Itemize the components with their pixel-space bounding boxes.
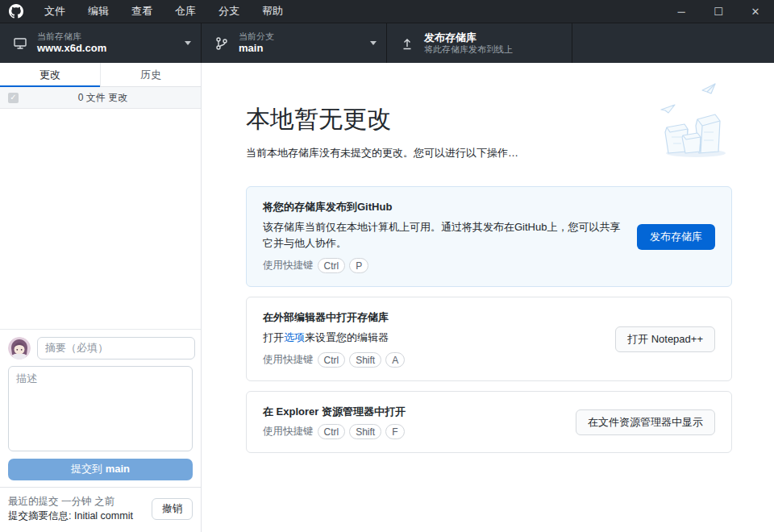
commit-form: 提交到 main bbox=[0, 329, 201, 487]
menu-repository[interactable]: 仓库 bbox=[164, 0, 207, 23]
current-branch-value: main bbox=[239, 42, 274, 55]
commit-summary-input[interactable] bbox=[37, 337, 195, 360]
commit-description-input[interactable] bbox=[8, 366, 193, 451]
recent-commit-summary: 提交摘要信息: Initial commit bbox=[8, 509, 133, 524]
card-open-in-explorer: 在 Explorer 资源管理器中打开 使用快捷键 Ctrl Shift F 在… bbox=[246, 391, 732, 453]
current-repository-label: 当前存储库 bbox=[37, 31, 106, 43]
sidebar-tabs: 更改 历史 bbox=[0, 63, 201, 87]
card-explorer-title: 在 Explorer 资源管理器中打开 bbox=[263, 405, 561, 419]
upload-icon bbox=[400, 36, 414, 51]
minimize-button[interactable]: ─ bbox=[663, 0, 700, 23]
maximize-button[interactable]: ☐ bbox=[700, 0, 737, 23]
chevron-down-icon bbox=[370, 41, 377, 45]
open-notepad-button[interactable]: 打开 Notepad++ bbox=[615, 326, 715, 352]
current-repository-value: www.x6d.com bbox=[37, 42, 106, 55]
publish-title: 发布存储库 bbox=[424, 31, 513, 44]
github-desktop-window: 文件 编辑 查看 仓库 分支 帮助 ─ ☐ ✕ 当前存储库 www.x6d.co… bbox=[0, 0, 774, 532]
kbd-p: P bbox=[349, 258, 368, 273]
show-in-explorer-button[interactable]: 在文件资源管理器中显示 bbox=[576, 409, 715, 435]
tab-history[interactable]: 历史 bbox=[101, 63, 201, 86]
titlebar: 文件 编辑 查看 仓库 分支 帮助 ─ ☐ ✕ bbox=[0, 0, 774, 23]
kbd-shift: Shift bbox=[349, 352, 381, 368]
kbd-ctrl: Ctrl bbox=[318, 258, 346, 273]
kbd-f: F bbox=[385, 424, 404, 439]
changed-files-header: ✓ 0 文件 更改 bbox=[0, 87, 201, 109]
current-branch-label: 当前分支 bbox=[239, 31, 274, 43]
toolbar: 当前存储库 www.x6d.com 当前分支 main 发布存储库 将此存储库发… bbox=[0, 23, 774, 63]
card-publish-repository: 将您的存储库发布到GitHub 该存储库当前仅在本地计算机上可用。通过将其发布在… bbox=[246, 186, 732, 287]
menu-help[interactable]: 帮助 bbox=[251, 0, 294, 23]
undo-button[interactable]: 撤销 bbox=[152, 498, 193, 520]
avatar bbox=[8, 337, 31, 360]
branch-icon bbox=[214, 36, 229, 51]
changes-list-empty-area bbox=[0, 109, 201, 329]
window-controls: ─ ☐ ✕ bbox=[663, 0, 774, 23]
menu-view[interactable]: 查看 bbox=[120, 0, 164, 23]
card-editor-shortcut: 使用快捷键 Ctrl Shift A bbox=[263, 352, 601, 368]
card-publish-body: 该存储库当前仅在本地计算机上可用。通过将其发布在GitHub上，您可以共享它并与… bbox=[263, 219, 622, 251]
menu-branch[interactable]: 分支 bbox=[207, 0, 251, 23]
github-logo-icon bbox=[9, 4, 23, 19]
publish-subtitle: 将此存储库发布到线上 bbox=[424, 44, 513, 56]
recent-commit-section: 最近的提交 一分钟 之前 提交摘要信息: Initial commit 撤销 bbox=[0, 487, 201, 532]
publish-repository-button[interactable]: 发布存储库 bbox=[637, 224, 715, 250]
select-all-checkbox[interactable]: ✓ bbox=[8, 93, 19, 103]
kbd-a: A bbox=[385, 352, 405, 368]
tab-changes[interactable]: 更改 bbox=[0, 63, 101, 86]
kbd-ctrl: Ctrl bbox=[318, 352, 346, 368]
main-panel: 本地暂无更改 当前本地存储库没有未提交的更改。您可以进行以下操作… 将您的存储库… bbox=[202, 63, 774, 532]
card-editor-body: 打开选项来设置您的编辑器 bbox=[263, 330, 601, 346]
publish-repository-toolbar-button[interactable]: 发布存储库 将此存储库发布到线上 bbox=[387, 23, 572, 63]
computer-icon bbox=[13, 36, 27, 51]
menu-edit[interactable]: 编辑 bbox=[77, 0, 120, 23]
options-link[interactable]: 选项 bbox=[284, 331, 305, 343]
card-open-in-editor: 在外部编辑器中打开存储库 打开选项来设置您的编辑器 使用快捷键 Ctrl Shi… bbox=[246, 297, 732, 381]
card-publish-shortcut: 使用快捷键 Ctrl P bbox=[263, 258, 622, 273]
current-branch-selector[interactable]: 当前分支 main bbox=[202, 23, 387, 63]
paper-stack-illustration bbox=[655, 79, 732, 160]
kbd-ctrl: Ctrl bbox=[318, 424, 346, 439]
kbd-shift: Shift bbox=[349, 424, 381, 439]
card-explorer-shortcut: 使用快捷键 Ctrl Shift F bbox=[263, 424, 561, 439]
menu-bar: 文件 编辑 查看 仓库 分支 帮助 bbox=[33, 0, 294, 23]
commit-to-main-button[interactable]: 提交到 main bbox=[8, 459, 193, 480]
menu-file[interactable]: 文件 bbox=[33, 0, 77, 23]
card-publish-title: 将您的存储库发布到GitHub bbox=[263, 200, 622, 214]
close-button[interactable]: ✕ bbox=[737, 0, 774, 23]
files-changed-count: 0 文件 更改 bbox=[0, 91, 201, 105]
current-repository-selector[interactable]: 当前存储库 www.x6d.com bbox=[0, 23, 202, 63]
chevron-down-icon bbox=[185, 41, 191, 45]
recent-commit-time: 最近的提交 一分钟 之前 bbox=[8, 494, 133, 509]
card-editor-title: 在外部编辑器中打开存储库 bbox=[263, 310, 601, 325]
sidebar: 更改 历史 ✓ 0 文件 更改 bbox=[0, 63, 202, 532]
